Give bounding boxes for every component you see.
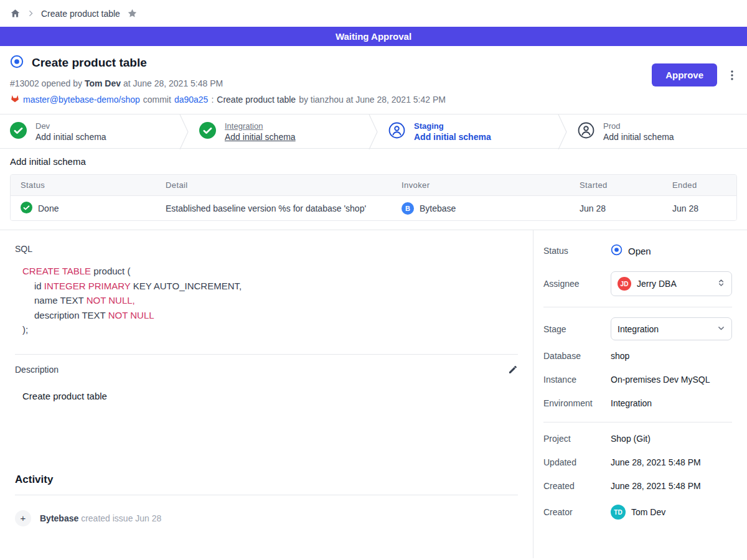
sidebar-updated-value: June 28, 2021 5:48 PM xyxy=(611,457,701,467)
stage-done-check-icon xyxy=(199,122,216,141)
pipeline-stage-dev[interactable]: Dev Add initial schema xyxy=(0,114,179,148)
assignee-value: Jerry DBA xyxy=(637,279,712,289)
sql-line: name TEXT NOT NULL, xyxy=(22,293,518,308)
activity-actor: Bytebase xyxy=(40,513,78,523)
section-divider xyxy=(15,354,518,355)
column-header-started: Started xyxy=(570,180,662,190)
task-done-check-icon xyxy=(21,202,32,215)
vcs-byline: by tianzhou at June 28, 2021 5:42 PM xyxy=(299,95,446,105)
favorite-star-icon[interactable] xyxy=(127,8,138,19)
description-text: Create product table xyxy=(22,391,518,401)
sidebar-assignee-label: Assignee xyxy=(543,279,611,289)
activity-divider xyxy=(15,495,518,495)
invoker-avatar: B xyxy=(402,202,414,215)
edit-pencil-icon[interactable] xyxy=(508,365,518,375)
issue-header: Create product table #13002 opened by To… xyxy=(0,46,747,114)
stage-pending-approval-icon xyxy=(388,122,405,141)
column-header-invoker: Invoker xyxy=(392,180,570,190)
pipeline-stage-staging[interactable]: Staging Add initial schema xyxy=(378,114,558,148)
main-panel: SQL CREATE TABLE product ( id INTEGER PR… xyxy=(0,230,533,558)
sql-line: id INTEGER PRIMARY KEY AUTO_INCREMENT, xyxy=(22,279,518,294)
approve-button[interactable]: Approve xyxy=(652,63,717,86)
sidebar-status-label: Status xyxy=(543,246,611,256)
sidebar-stage-label: Stage xyxy=(543,324,611,334)
stage-env-label: Integration xyxy=(225,121,296,131)
task-detail-text: Established baseline version %s for data… xyxy=(156,203,392,213)
vcs-colon: : xyxy=(211,95,214,105)
stage-env-label: Dev xyxy=(35,121,106,131)
activity-title: Activity xyxy=(15,474,518,486)
stage-separator xyxy=(369,114,378,149)
issue-open-time: at June 28, 2021 5:48 PM xyxy=(123,78,223,88)
sidebar-project-label: Project xyxy=(543,434,611,444)
pipeline-stage-integration[interactable]: Integration Add initial schema xyxy=(189,114,369,148)
kebab-menu-icon[interactable] xyxy=(727,70,737,81)
activity-item: + Bytebase created issue Jun 28 xyxy=(15,510,518,526)
updown-chevron-icon xyxy=(717,278,725,290)
sidebar-database-label: Database xyxy=(543,351,611,361)
invoker-name: Bytebase xyxy=(420,203,456,213)
stage-env-label: Staging xyxy=(414,121,491,131)
sidebar-instance-value: On-premises Dev MySQL xyxy=(611,375,710,385)
activity-action: created issue Jun 28 xyxy=(81,513,161,523)
sidebar-created-value: June 28, 2021 5:48 PM xyxy=(611,481,701,491)
vcs-commit-word: commit xyxy=(143,95,171,105)
assignee-select[interactable]: JD Jerry DBA xyxy=(611,271,732,296)
stage-separator xyxy=(558,114,568,149)
task-section-title: Add initial schema xyxy=(10,156,737,167)
stage-env-label: Prod xyxy=(603,121,674,131)
issue-open-icon xyxy=(10,55,24,71)
sql-line: ); xyxy=(22,322,518,337)
task-row[interactable]: Done Established baseline version %s for… xyxy=(11,196,736,220)
sql-section-label: SQL xyxy=(15,244,518,254)
sidebar-divider xyxy=(543,307,732,307)
vcs-branch-link[interactable]: master@bytebase-demo/shop xyxy=(23,95,140,105)
issue-number: #13002 opened by xyxy=(10,78,82,88)
sidebar-divider xyxy=(543,422,732,422)
stage-task-label: Add initial schema xyxy=(35,132,106,142)
sidebar-environment-label: Environment xyxy=(543,398,611,408)
task-section: Add initial schema Status Detail Invoker… xyxy=(0,149,747,230)
stage-select[interactable]: Integration xyxy=(611,317,732,340)
breadcrumb: Create product table xyxy=(0,0,747,27)
stage-task-label: Add initial schema xyxy=(414,132,491,142)
task-ended-date: Jun 28 xyxy=(662,203,736,213)
sidebar-environment-value: Integration xyxy=(611,398,652,408)
gitlab-icon xyxy=(10,93,20,105)
status-banner-text: Waiting Approval xyxy=(336,31,411,42)
issue-title: Create product table xyxy=(32,56,147,70)
description-label: Description xyxy=(15,365,59,375)
sidebar-database-value: shop xyxy=(611,351,629,361)
status-open-icon xyxy=(611,244,622,258)
sidebar-updated-label: Updated xyxy=(543,457,611,467)
assignee-avatar: JD xyxy=(618,277,631,291)
chevron-right-icon xyxy=(27,8,34,19)
stage-separator xyxy=(179,114,189,149)
home-icon[interactable] xyxy=(10,8,21,19)
stage-done-check-icon xyxy=(10,122,27,141)
pipeline: Dev Add initial schema Integration Add i… xyxy=(0,114,747,149)
sidebar-project-value: Shop (Git) xyxy=(611,434,651,444)
activity-plus-icon: + xyxy=(15,510,31,526)
vcs-commit-hash-link[interactable]: da90a25 xyxy=(174,95,209,105)
creator-avatar: TD xyxy=(611,505,626,520)
stage-pending-icon xyxy=(578,122,594,141)
stage-task-label: Add initial schema xyxy=(603,132,674,142)
sql-code-block: CREATE TABLE product ( id INTEGER PRIMAR… xyxy=(22,264,518,337)
breadcrumb-page[interactable]: Create product table xyxy=(41,9,120,19)
sidebar-instance-label: Instance xyxy=(543,375,611,385)
issue-sidebar: Status Open Assignee JD Jerry DBA Stage xyxy=(533,230,747,558)
column-header-status: Status xyxy=(11,180,156,190)
task-table: Status Detail Invoker Started Ended Done… xyxy=(10,174,737,221)
sql-line: description TEXT NOT NULL xyxy=(22,308,518,323)
sidebar-created-label: Created xyxy=(543,481,611,491)
pipeline-stage-prod[interactable]: Prod Add initial schema xyxy=(568,114,747,148)
task-status-text: Done xyxy=(38,203,59,213)
sql-line: CREATE TABLE product ( xyxy=(22,264,518,279)
chevron-down-icon xyxy=(717,324,725,335)
vcs-commit-line: master@bytebase-demo/shop commit da90a25… xyxy=(10,93,737,105)
sidebar-creator-value: Tom Dev xyxy=(631,507,665,517)
issue-meta: #13002 opened by Tom Dev at June 28, 202… xyxy=(10,78,737,88)
task-started-date: Jun 28 xyxy=(570,203,662,213)
vcs-commit-message: Create product table xyxy=(217,95,296,105)
